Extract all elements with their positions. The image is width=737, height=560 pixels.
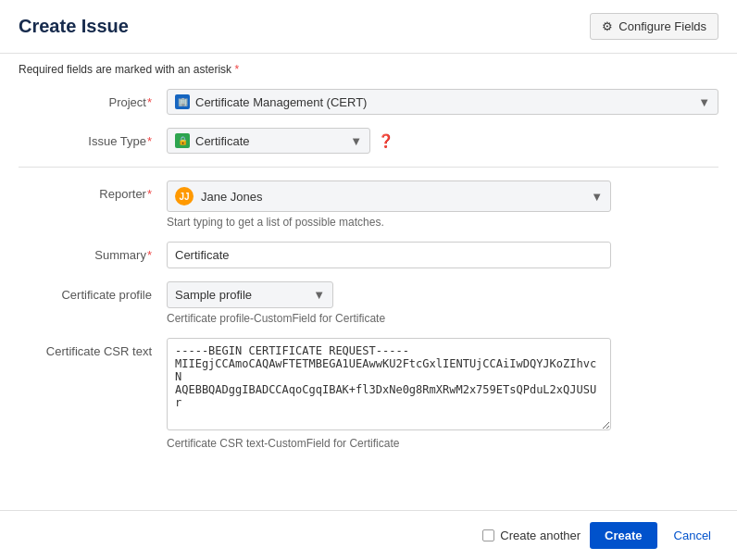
help-icon[interactable]: ❓ [378,133,393,148]
asterisk-note: * [234,63,239,76]
cert-profile-field: Sample profile ▼ Certificate profile-Cus… [167,281,718,325]
certificate-icon: 🔒 [175,133,190,148]
dialog-header: Create Issue ⚙ Configure Fields [0,0,737,54]
cert-profile-row: Certificate profile Sample profile ▼ Cer… [19,281,718,325]
project-select[interactable]: 🏢 Certificate Management (CERT) ▼ [167,89,718,115]
summary-row: Summary* [19,242,718,268]
reporter-value: Jane Jones [201,190,263,204]
cert-csr-hint: Certificate CSR text-CustomField for Cer… [167,437,718,450]
summary-input[interactable] [167,242,611,268]
chevron-down-icon: ▼ [591,190,603,204]
cert-profile-value: Sample profile [175,288,252,302]
reporter-field: JJ Jane Jones ▼ Start typing to get a li… [167,180,718,229]
cert-profile-hint: Certificate profile-CustomField for Cert… [167,312,718,325]
create-another-label[interactable]: Create another [482,529,581,542]
project-field: 🏢 Certificate Management (CERT) ▼ [167,89,718,115]
reporter-select[interactable]: JJ Jane Jones ▼ [167,180,611,212]
project-icon: 🏢 [175,94,190,109]
reporter-hint: Start typing to get a list of possible m… [167,216,718,229]
cert-csr-row: Certificate CSR text -----BEGIN CERTIFIC… [19,338,718,450]
avatar: JJ [175,187,194,205]
create-button[interactable]: Create [590,522,656,549]
cert-csr-label: Certificate CSR text [19,338,167,358]
create-another-text: Create another [500,529,581,542]
cert-csr-textarea[interactable]: -----BEGIN CERTIFICATE REQUEST----- MIIE… [167,338,611,430]
project-row: Project* 🏢 Certificate Management (CERT)… [19,89,718,115]
cert-csr-field: -----BEGIN CERTIFICATE REQUEST----- MIIE… [167,338,718,450]
issue-type-value: Certificate [195,134,250,148]
issue-type-row: Issue Type* 🔒 Certificate ▼ ❓ [19,128,718,154]
required-note: Required fields are marked with an aster… [0,54,737,85]
issue-type-select[interactable]: 🔒 Certificate ▼ [167,128,370,154]
chevron-down-icon: ▼ [341,134,362,148]
page-title: Create Issue [19,16,129,37]
divider [19,167,718,168]
reporter-row: Reporter* JJ Jane Jones ▼ Start typing t… [19,180,718,229]
configure-fields-button[interactable]: ⚙ Configure Fields [590,13,718,40]
summary-field [167,242,718,268]
issue-type-label: Issue Type* [19,128,167,148]
create-another-checkbox[interactable] [482,529,494,541]
issue-type-field: 🔒 Certificate ▼ ❓ [167,128,718,154]
cancel-button[interactable]: Cancel [667,522,718,549]
form-body: Project* 🏢 Certificate Management (CERT)… [0,85,737,450]
issue-type-row-inner: 🔒 Certificate ▼ ❓ [167,128,718,154]
cert-profile-select[interactable]: Sample profile ▼ [167,281,333,308]
reporter-label: Reporter* [19,180,167,201]
project-value: Certificate Management (CERT) [195,95,367,109]
dialog-footer: Create another Create Cancel [0,510,737,560]
gear-icon: ⚙ [602,19,613,33]
cert-profile-label: Certificate profile [19,281,167,302]
main-content: Create Issue ⚙ Configure Fields Required… [0,0,737,560]
project-label: Project* [19,89,167,109]
chevron-down-icon: ▼ [313,288,325,302]
summary-label: Summary* [19,242,167,262]
configure-fields-label: Configure Fields [618,19,706,33]
chevron-down-icon: ▼ [689,95,710,109]
